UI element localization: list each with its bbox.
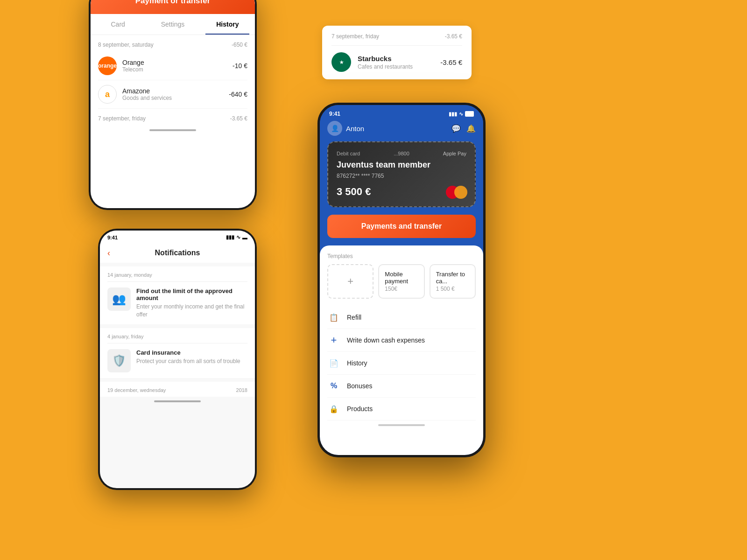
wifi-icon: ∿ — [236, 234, 240, 240]
notif-text-card: Card insurance Protect your cards from a… — [136, 349, 240, 365]
templates-label: Templates — [327, 253, 476, 259]
cash-expenses-icon: + — [327, 334, 340, 347]
card-type-row: Debit card ...9800 Apple Pay — [337, 151, 466, 156]
phone-top-left: Payment or transfer Card Settings Histor… — [89, 0, 257, 210]
tab-card[interactable]: Card — [91, 14, 145, 35]
notif-date-3: 19 december, wednesday 2018 — [107, 382, 247, 397]
starbucks-merchant-info: Starbucks Cafes and restaurants — [358, 55, 434, 70]
main-status-icons: ▮▮▮ ∿ ▬ — [449, 111, 474, 117]
starbucks-merchant-row: ★ Starbucks Cafes and restaurants -3.65 … — [331, 52, 462, 72]
menu-cash-expenses[interactable]: + Write down cash expenses — [327, 329, 476, 352]
mastercard-yellow-circle — [454, 186, 467, 199]
battery-main-icon: ▬ — [465, 111, 474, 117]
card-label: Debit card — [337, 151, 360, 156]
card-last4: ...9800 — [394, 151, 409, 156]
amazon-logo: a — [98, 85, 117, 104]
phone-top-left-screen: Payment or transfer Card Settings Histor… — [91, 0, 255, 208]
amazon-name: Amazone — [122, 87, 229, 95]
tab-history[interactable]: History — [200, 14, 255, 35]
notif-icon-limit: 👥 — [107, 287, 131, 311]
amazon-category: Goods and services — [122, 95, 229, 101]
notifications-title: Notifications — [107, 249, 247, 257]
date-header-1: 8 september, saturday -650 € — [98, 35, 247, 52]
orange-amount: -10 € — [233, 62, 247, 70]
template-transfer-amount: 1 500 € — [436, 286, 455, 292]
refill-label: Refill — [347, 314, 361, 321]
notif-title-card: Card insurance — [136, 349, 240, 356]
notif-item-card[interactable]: 🛡️ Card insurance Protect your cards fro… — [107, 343, 247, 378]
phone-main: 9:41 ▮▮▮ ∿ ▬ 👤 Anton 💬 🔔 D — [317, 103, 486, 457]
battery-icon: ▬ — [242, 235, 247, 240]
notifications-section-1: 14 january, monday 👥 Find out the limit … — [100, 266, 255, 324]
template-transfer-name: Transfer to ca... — [436, 271, 469, 285]
payment-transfer-button[interactable]: Payment or transfer — [91, 0, 255, 14]
home-bar-main — [378, 424, 425, 426]
payments-transfer-button[interactable]: Payments and transfer — [327, 215, 476, 238]
back-button[interactable]: ‹ — [107, 248, 110, 258]
notif-text-limit: Find out the limit of the approved amoun… — [136, 287, 247, 319]
notif-date-3-label: 19 december, wednesday — [107, 387, 166, 393]
bonuses-label: Bonuses — [347, 382, 372, 390]
tab-settings[interactable]: Settings — [145, 14, 200, 35]
date-amount-1: -650 € — [232, 42, 247, 48]
menu-refill[interactable]: 📋 Refill — [327, 306, 476, 329]
menu-bonuses[interactable]: % Bonuses — [327, 375, 476, 398]
menu-products[interactable]: 🔒 Products — [327, 398, 476, 420]
starbucks-amount: -3.65 € — [440, 58, 462, 66]
notif-sub-card: Protect your cards from all sorts of tro… — [136, 357, 240, 365]
templates-row: + Mobile payment 150€ Transfer to ca... … — [327, 264, 476, 299]
signal-main-icon: ▮▮▮ — [449, 111, 457, 117]
phone-notifications: 9:41 ▮▮▮ ∿ ▬ ‹ Notifications 14 january,… — [98, 229, 257, 490]
date-header-2: 7 september, friday -3.65 € — [98, 109, 247, 126]
wifi-main-icon: ∿ — [459, 111, 463, 117]
home-bar-notifications — [154, 400, 201, 402]
notif-date-2: 4 january, friday — [107, 328, 247, 343]
orange-name: Orange — [122, 59, 233, 66]
people-icon: 👥 — [112, 293, 126, 306]
starbucks-name: Starbucks — [358, 55, 434, 63]
notifications-section-2: 4 january, friday 🛡️ Card insurance Prot… — [100, 328, 255, 378]
menu-history[interactable]: 📄 History — [327, 352, 476, 375]
date-amount-2: -3.65 € — [230, 115, 247, 122]
card-insurance-icon: 🛡️ — [112, 354, 126, 367]
template-mobile-amount: 150€ — [385, 286, 397, 292]
user-info: 👤 Anton — [327, 121, 364, 136]
chat-icon[interactable]: 💬 — [451, 124, 461, 133]
products-icon: 🔒 — [327, 402, 340, 415]
template-mobile-payment[interactable]: Mobile payment 150€ — [378, 264, 424, 299]
notifications-section-3: 19 december, wednesday 2018 — [100, 382, 255, 397]
status-bar-notifications: 9:41 ▮▮▮ ∿ ▬ — [100, 231, 255, 242]
date-label-2: 7 september, friday — [98, 115, 146, 122]
phone-main-screen: 9:41 ▮▮▮ ∿ ▬ 👤 Anton 💬 🔔 D — [320, 105, 483, 455]
transaction-amazon[interactable]: a Amazone Goods and services -640 € — [98, 80, 247, 109]
notif-item-limit[interactable]: 👥 Find out the limit of the approved amo… — [107, 281, 247, 324]
white-section: Templates + Mobile payment 150€ Transfer… — [320, 245, 483, 455]
history-label: History — [347, 359, 367, 367]
history-icon: 📄 — [327, 357, 340, 370]
orange-category: Telecom — [122, 66, 233, 73]
transaction-orange[interactable]: orange Orange Telecom -10 € — [98, 52, 247, 80]
home-indicator-main — [327, 420, 476, 430]
cash-expenses-label: Write down cash expenses — [347, 336, 425, 344]
date-label-1: 8 september, saturday — [98, 42, 154, 48]
blue-header: 9:41 ▮▮▮ ∿ ▬ 👤 Anton 💬 🔔 D — [320, 105, 483, 245]
status-bar-main: 9:41 ▮▮▮ ∿ ▬ — [320, 105, 483, 119]
starbucks-date: 7 september, friday — [331, 33, 379, 40]
add-template-button[interactable]: + — [327, 264, 374, 299]
tab-bar: Card Settings History — [91, 14, 255, 35]
phone-notifications-screen: 9:41 ▮▮▮ ∿ ▬ ‹ Notifications 14 january,… — [100, 231, 255, 488]
starbucks-date-row: 7 september, friday -3.65 € — [331, 33, 462, 46]
refill-icon: 📋 — [327, 311, 340, 324]
header-icons: 💬 🔔 — [451, 124, 476, 133]
orange-info: Orange Telecom — [122, 59, 233, 73]
home-indicator — [91, 126, 255, 135]
notif-date-1: 14 january, monday — [107, 266, 247, 281]
notif-icon-card: 🛡️ — [107, 349, 131, 372]
orange-logo: orange — [98, 56, 117, 75]
app-header-main: 👤 Anton 💬 🔔 — [320, 119, 483, 141]
bell-icon[interactable]: 🔔 — [466, 124, 476, 133]
template-transfer[interactable]: Transfer to ca... 1 500 € — [430, 264, 476, 299]
notif-title-limit: Find out the limit of the approved amoun… — [136, 287, 247, 301]
card-number: 876272** **** 7765 — [337, 173, 466, 179]
time-notifications: 9:41 — [107, 235, 118, 240]
